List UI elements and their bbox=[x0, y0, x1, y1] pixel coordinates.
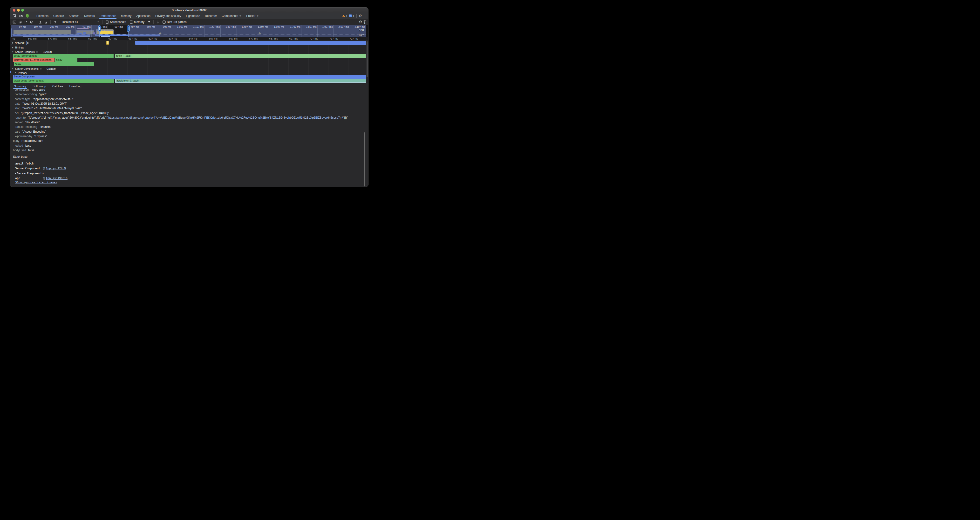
timeline-ruler: ms567 ms577 ms587 ms597 ms607 ms617 ms62… bbox=[10, 37, 368, 41]
tab-bottom-up[interactable]: Bottom-up bbox=[29, 83, 49, 89]
warnings-icon[interactable] bbox=[342, 15, 345, 17]
summary-value-text: "}]}" bbox=[343, 116, 348, 119]
timeline-entry-fetch-api[interactable]: fetch (…/api) bbox=[115, 54, 366, 58]
load-profile-icon[interactable] bbox=[38, 19, 43, 25]
ruler-time-label: ms bbox=[12, 37, 16, 40]
timeline-entry-delayederror-ayed-exception[interactable]: delayedError (…ayed exception) bbox=[13, 58, 54, 62]
screenshots-checkbox[interactable]: Screenshots bbox=[106, 20, 126, 24]
inspect-element-icon[interactable] bbox=[12, 13, 17, 18]
summary-scrollbar-thumb[interactable] bbox=[364, 132, 365, 186]
collapse-arrow-icon[interactable]: ▼ bbox=[12, 68, 14, 70]
settings-gear-icon[interactable]: ⚙ bbox=[359, 14, 362, 18]
timeline-entry-await-fetch-api[interactable]: await fetch (…/api) bbox=[115, 79, 366, 83]
summary-pane[interactable]: connection"keep-alive"content-encoding"g… bbox=[10, 89, 368, 187]
tab-event-log[interactable]: Event log bbox=[66, 83, 84, 89]
summary-row-etag: etag"W/\"4b1-RjEJloX9kRinu6F0MAZMmy6E5iA… bbox=[10, 106, 364, 111]
dim-3rd-parties-checkbox[interactable]: Dim 3rd parties bbox=[162, 20, 186, 24]
summary-row-vary: vary"Accept-Encoding" bbox=[10, 129, 364, 134]
tab-privacy-and-security[interactable]: Privacy and security bbox=[153, 13, 183, 19]
server-components-header[interactable]: ▼ Server Components ⚛ — Custom bbox=[10, 67, 368, 71]
summary-value: "application/json; charset=utf-8" bbox=[33, 97, 73, 101]
nodejs-icon[interactable] bbox=[25, 13, 30, 18]
tab-memory[interactable]: Memory bbox=[119, 13, 134, 19]
tab-console[interactable]: Console bbox=[51, 13, 66, 19]
tab-call-tree[interactable]: Call tree bbox=[49, 83, 66, 89]
capture-settings-gear-icon[interactable]: ⚙ bbox=[359, 20, 362, 24]
tab-profiler[interactable]: Profiler⚛ bbox=[244, 13, 261, 19]
network-request-waiting-line[interactable] bbox=[29, 43, 135, 43]
stack-frame-location-link[interactable]: App.js:128:9 bbox=[46, 167, 66, 170]
network-track-row[interactable]: ▶ Network bbox=[10, 41, 368, 45]
tab-elements[interactable]: Elements bbox=[34, 13, 51, 19]
network-request-yellow-block[interactable] bbox=[107, 41, 109, 45]
divider bbox=[36, 20, 36, 24]
tab-network[interactable]: Network bbox=[82, 13, 97, 19]
collapse-arrow-icon[interactable]: ▼ bbox=[12, 51, 14, 53]
help-icon[interactable]: ? bbox=[363, 20, 366, 24]
divider bbox=[50, 20, 51, 24]
checkbox-box[interactable] bbox=[130, 21, 133, 24]
overview-time-label: 1,197 ms bbox=[188, 25, 205, 29]
collapse-expand-icon[interactable] bbox=[155, 19, 161, 25]
selection-handle-right[interactable] bbox=[127, 25, 130, 32]
report-to-link[interactable]: https://a.nel.cloudflare.com/report/v4?s… bbox=[108, 116, 343, 119]
timeline-entry-await-delay-deferred-text[interactable]: await delay (deferred text) bbox=[13, 79, 114, 83]
tab-sources[interactable]: Sources bbox=[66, 13, 82, 19]
record-icon[interactable] bbox=[18, 19, 23, 25]
checkbox-box[interactable] bbox=[106, 21, 109, 24]
console-messages-icon[interactable] bbox=[349, 14, 352, 17]
expand-arrow-icon[interactable]: ▶ bbox=[12, 46, 13, 49]
summary-row-nel: nel"{\"report_to\":\"cf-nel\",\"success_… bbox=[10, 111, 364, 116]
save-profile-icon[interactable] bbox=[44, 19, 49, 25]
summary-value: "cloudflare" bbox=[25, 121, 40, 124]
network-track-selected[interactable]: ▶ Network bbox=[11, 41, 27, 45]
stack-frame-name: await fetch bbox=[15, 162, 43, 165]
tab-performance[interactable]: Performance bbox=[97, 13, 119, 19]
titlebar[interactable]: DevTools - localhost:3000/ bbox=[10, 8, 368, 13]
stack-frame-name: ServerComponent bbox=[15, 166, 43, 170]
tab-summary[interactable]: Summary bbox=[11, 83, 29, 89]
primary-group-header[interactable]: ▼ Primary bbox=[10, 71, 368, 75]
history-dropdown[interactable]: localhost #4 ▼ bbox=[61, 20, 100, 24]
overview-time-label: 2,097 ms bbox=[334, 25, 350, 29]
stack-frame-location-link[interactable]: App.js:190:16 bbox=[46, 177, 67, 180]
tab-label: Sources bbox=[69, 14, 80, 17]
device-toolbar-icon[interactable] bbox=[18, 13, 23, 18]
timeline-entry-servercomponent[interactable]: ServerComponent bbox=[13, 75, 366, 79]
timings-track-row[interactable]: ▶ Timings bbox=[10, 46, 368, 49]
network-request-bar[interactable] bbox=[135, 41, 366, 45]
server-requests-header[interactable]: ▼ Server Requests ⚛ — Custom bbox=[10, 50, 368, 54]
timeline-scrollbar-thumb[interactable] bbox=[366, 41, 368, 77]
overview-time-label: 1,797 ms bbox=[285, 25, 301, 29]
checkbox-box[interactable] bbox=[162, 21, 165, 24]
tab-label: Memory bbox=[121, 14, 131, 17]
collapse-arrow-icon[interactable]: ▼ bbox=[15, 72, 17, 74]
record-and-reload-icon[interactable] bbox=[23, 19, 29, 25]
toggle-sidebar-icon[interactable] bbox=[12, 19, 17, 25]
timeline-tracks[interactable]: ▶ Network ▶ Timings ▼ Server Requests ⚛ … bbox=[10, 41, 368, 83]
expand-arrow-icon[interactable]: ▶ bbox=[12, 42, 14, 44]
kebab-menu-icon[interactable]: ⋮ bbox=[363, 14, 367, 18]
tab-components[interactable]: Components⚛ bbox=[219, 13, 244, 19]
timeline-overview[interactable]: 97 ms197 ms297 ms397 ms497 ms597 ms697 m… bbox=[10, 25, 368, 37]
memory-checkbox[interactable]: Memory bbox=[130, 20, 145, 24]
selection-handle-left[interactable] bbox=[98, 25, 101, 32]
tab-recorder[interactable]: Recorder bbox=[202, 13, 219, 19]
react-atom-icon: ⚛ bbox=[36, 51, 38, 53]
summary-value: false bbox=[28, 149, 34, 152]
warning-count[interactable]: 1 bbox=[346, 14, 347, 17]
message-count[interactable]: 1 bbox=[353, 14, 354, 17]
summary-key: body bbox=[13, 139, 19, 143]
show-ignore-listed-frames-link[interactable]: Show ignore-listed frames bbox=[15, 181, 57, 184]
clear-icon[interactable] bbox=[29, 19, 34, 25]
tab-lighthouse[interactable]: Lighthouse bbox=[183, 13, 202, 19]
summary-key: nel bbox=[15, 111, 19, 115]
garbage-collect-icon[interactable] bbox=[146, 19, 152, 25]
ruler-time-label: 637 ms bbox=[169, 37, 177, 40]
home-icon[interactable] bbox=[52, 19, 57, 25]
timeline-entry-delay[interactable]: delay bbox=[55, 58, 77, 62]
overview-time-label: 497 ms bbox=[75, 25, 92, 29]
timeline-entry-delay[interactable]: delay bbox=[14, 62, 94, 66]
timeline-entry-delay-deferred-text[interactable]: delay (deferred text) bbox=[13, 54, 114, 58]
tab-application[interactable]: Application bbox=[134, 13, 153, 19]
